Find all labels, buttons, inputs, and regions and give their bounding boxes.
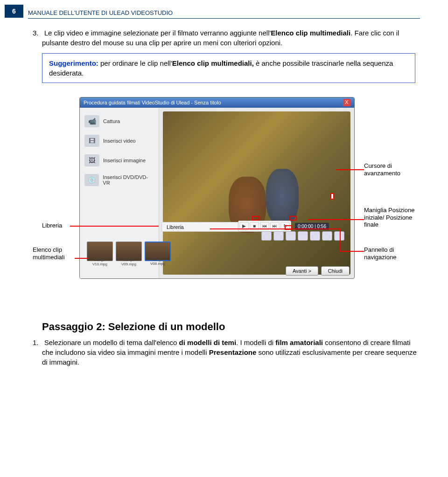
- para3-bold: Elenco clip multimediali: [271, 29, 350, 37]
- titlebar: Procedura guidata filmati VideoStudio di…: [80, 97, 354, 108]
- tip-box: Suggerimento: per ordinare le clip nell'…: [42, 53, 415, 83]
- sidebar-item-image[interactable]: 🖼 Inserisci immagine: [83, 151, 156, 170]
- s2-p2: . I modelli di: [236, 339, 275, 346]
- close-icon[interactable]: X: [343, 99, 350, 106]
- clip-thumb[interactable]: Sampl-V09.mpg: [116, 242, 142, 261]
- sidebar-label: Inserisci immagine: [103, 158, 146, 163]
- control-group: ▶ ■ ⏮ ⏭ ↻: [238, 221, 291, 232]
- callout-line: [341, 251, 364, 252]
- section-heading: Passaggio 2: Selezione di un modello: [42, 321, 420, 333]
- paragraph-3: 3. Le clip video e immagine selezionate …: [42, 28, 420, 48]
- s2-b1: di modelli di temi: [179, 339, 237, 346]
- callout-libreria: Libreria: [42, 222, 62, 229]
- playback-controls: ▶ ■ ⏮ ⏭ ↻ 0:00:00 | 0:56: [238, 221, 329, 232]
- tool-icon-row: [261, 231, 344, 241]
- tool-icon[interactable]: [322, 231, 332, 241]
- s2-b3: Presentazione: [209, 348, 257, 356]
- thumb-label: Sampl-V08.mpg: [146, 257, 170, 266]
- film-icon: 🎞: [84, 135, 99, 147]
- callout-line: [75, 258, 89, 259]
- tool-icon[interactable]: [298, 231, 308, 241]
- bottom-buttons: Avanti > Chiudi: [286, 266, 350, 276]
- callout-line: [336, 169, 364, 170]
- thumbnail-row: Sampl-V10.mpg Sampl-V09.mpg Sampl-V08.mp…: [87, 242, 171, 261]
- callout-line: [210, 228, 341, 229]
- handle-highlights: [252, 216, 308, 221]
- header-title: MANUALE DELL'UTENTE DI ULEAD VIDEOSTUDIO: [28, 9, 420, 19]
- tip-label: Suggerimento:: [49, 59, 98, 67]
- callout-pannello: Pannello di navigazione: [364, 246, 415, 261]
- callout-elenco: Elenco clip multimediali: [33, 246, 75, 261]
- sidebar-label: Inserisci DVD/DVD-VR: [103, 174, 154, 186]
- tool-icon[interactable]: [261, 231, 272, 241]
- sidebar-label: Cattura: [103, 118, 120, 124]
- callout-line: [340, 228, 341, 252]
- sidebar-label: Inserisci video: [103, 138, 136, 144]
- tool-icon[interactable]: [310, 231, 320, 241]
- page-number: 6: [5, 5, 23, 18]
- sidebar-item-cattura[interactable]: 📹 Cattura: [83, 111, 156, 131]
- playhead-cursor: [330, 193, 334, 200]
- callout-line: [70, 226, 159, 227]
- callout-cursore: Cursore di avanzamento: [364, 162, 415, 177]
- sidebar-item-dvd[interactable]: 💿 Inserisci DVD/DVD-VR: [83, 170, 156, 190]
- list-number: 3.: [33, 29, 39, 37]
- sidebar-item-video[interactable]: 🎞 Inserisci video: [83, 131, 156, 151]
- tool-icon[interactable]: [334, 231, 344, 241]
- figure-screenshot: Procedura guidata filmati VideoStudio di…: [33, 97, 415, 302]
- s2-b2: film amatoriali: [275, 339, 323, 346]
- disc-icon: 💿: [84, 174, 99, 186]
- handle-mark: [252, 216, 259, 221]
- video-preview: [163, 111, 350, 275]
- para3-text: Le clip video e immagine selezionate per…: [44, 29, 271, 37]
- image-icon: 🖼: [84, 154, 99, 166]
- library-label: Libreria: [167, 224, 184, 230]
- close-button[interactable]: Chiudi: [321, 266, 350, 276]
- handle-mark: [289, 216, 297, 221]
- next-button[interactable]: Avanti >: [286, 266, 318, 276]
- s2-p1: Selezionare un modello di tema dall'elen…: [44, 339, 179, 346]
- thumb-label: Sampl-V09.mpg: [116, 258, 141, 266]
- preview-area: [159, 108, 354, 278]
- clip-thumb[interactable]: Sampl-V10.mpg: [87, 242, 113, 261]
- window-title: Procedura guidata filmati VideoStudio di…: [84, 100, 221, 105]
- tip-text: per ordinare le clip nell': [98, 59, 172, 67]
- tip-bold: Elenco clip multimediali,: [172, 59, 254, 67]
- tool-icon[interactable]: [286, 231, 296, 241]
- tool-icon[interactable]: [273, 231, 284, 241]
- list-number: 1.: [33, 339, 39, 346]
- camera-icon: 📹: [84, 115, 99, 127]
- callout-line: [308, 219, 364, 220]
- callout-maniglia: Maniglia Posizione iniziale/ Posizione f…: [364, 207, 415, 228]
- section2-para: 1. Selezionare un modello di tema dall'e…: [42, 338, 420, 367]
- clip-thumb-selected[interactable]: Sampl-V08.mpg: [145, 242, 171, 261]
- thumb-label: Sampl-V10.mpg: [87, 258, 112, 266]
